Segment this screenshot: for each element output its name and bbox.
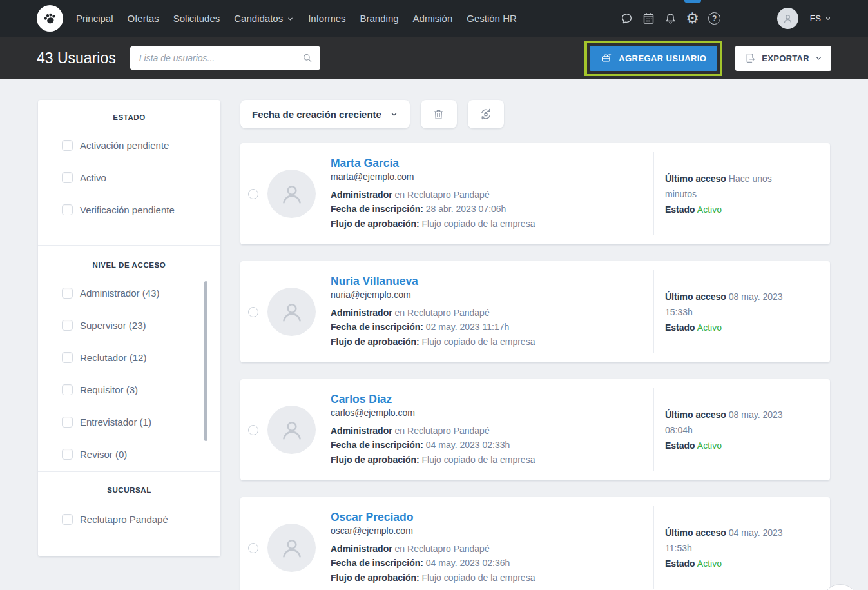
filter-option-label: Entrevistador (1) [80, 417, 151, 428]
export-button[interactable]: EXPORTAR [735, 46, 831, 71]
select-user-radio[interactable] [248, 307, 258, 317]
search-input[interactable] [130, 46, 320, 70]
last-access-line: Último acceso 04 may. 2023 11:53h [665, 525, 805, 556]
last-access-line: Último acceso 08 may. 2023 08:04h [665, 407, 805, 438]
checkbox[interactable] [62, 320, 73, 331]
user-card-main: Oscar Preciado oscar@ejemplo.com Adminis… [240, 497, 653, 590]
user-card-main: Marta García marta@ejemplo.com Administr… [240, 143, 653, 244]
checkbox[interactable] [62, 384, 73, 395]
nav-item[interactable]: Admisión [406, 0, 460, 37]
page-title: 43 Usuarios [37, 50, 116, 67]
reset-password-button[interactable] [468, 100, 504, 128]
filter-section-title: SUCURSAL [38, 486, 220, 494]
status-line: Estado Activo [665, 556, 805, 571]
add-user-button[interactable]: AGREGAR USUARIO [590, 46, 717, 71]
filter-option[interactable]: Revisor (0) [38, 438, 220, 460]
user-approval-flow-line: Flujo de aprobación: Flujo copiado de la… [331, 335, 535, 349]
user-card-meta: Último acceso Hace unos minutos Estado A… [653, 152, 830, 235]
gear-icon: ⚙ [686, 11, 699, 26]
delete-users-button[interactable] [421, 100, 457, 128]
page-header: 43 Usuarios AGREGAR USUARIO [0, 37, 868, 79]
filter-option-label: Activo [80, 172, 106, 183]
user-name-link[interactable]: Nuria Villanueva [331, 275, 418, 288]
checkbox[interactable] [62, 204, 73, 215]
checkbox[interactable] [62, 514, 73, 525]
filter-section-estado: ESTADO Activación pendiente Activo [38, 100, 220, 245]
filter-option-label: Verificación pendiente [80, 204, 175, 215]
user-menu-avatar[interactable] [777, 8, 798, 29]
user-card: Oscar Preciado oscar@ejemplo.com Adminis… [240, 497, 830, 590]
filter-option[interactable]: Activo [38, 161, 220, 193]
help-icon: ? [708, 12, 720, 25]
user-info: Nuria Villanueva nuria@ejemplo.com Admin… [331, 275, 535, 349]
nav-item[interactable]: Candidatos [227, 0, 301, 37]
user-email: oscar@ejemplo.com [331, 526, 535, 536]
user-details: Administrador en Reclutapro Pandapé Fech… [331, 306, 535, 349]
sidebar-scrollbar-thumb[interactable] [204, 281, 207, 441]
sort-dropdown-value: Fecha de creación creciente [252, 109, 381, 120]
filter-option[interactable]: Activación pendiente [38, 129, 220, 161]
status-badge: Activo [697, 204, 722, 215]
brand-logo[interactable] [37, 5, 63, 32]
checkbox[interactable] [62, 288, 73, 299]
user-name-link[interactable]: Marta García [331, 157, 399, 170]
last-access-line: Último acceso 08 may. 2023 15:33h [665, 289, 805, 320]
checkbox[interactable] [62, 449, 73, 460]
main-menu: Principal Ofertas Solicitudes Ca [69, 0, 524, 37]
help-button[interactable]: ? [704, 0, 726, 37]
nav-item[interactable]: Ofertas [121, 0, 166, 37]
person-icon [278, 416, 306, 444]
select-user-radio[interactable] [248, 425, 258, 435]
settings-button[interactable]: ⚙ [682, 0, 704, 37]
select-user-radio[interactable] [248, 543, 258, 553]
user-avatar [267, 170, 316, 218]
calendar-button[interactable] [638, 0, 660, 37]
select-user-radio[interactable] [248, 189, 258, 199]
language-selector[interactable]: ES [810, 14, 831, 23]
nav-item[interactable]: Gestión HR [459, 0, 524, 37]
user-email: marta@ejemplo.com [331, 172, 535, 182]
filter-option[interactable]: Supervisor (23) [38, 309, 220, 341]
filter-option-label: Reclutapro Pandapé [80, 514, 168, 525]
filter-option[interactable]: Administrador (43) [38, 277, 220, 309]
user-email: nuria@ejemplo.com [331, 290, 535, 300]
user-name-link[interactable]: Carlos Díaz [331, 393, 392, 406]
status-line: Estado Activo [665, 320, 805, 335]
chat-button[interactable] [616, 0, 638, 37]
sort-dropdown[interactable]: Fecha de creación creciente [240, 100, 410, 128]
user-info: Carlos Díaz carlos@ejemplo.com Administr… [331, 393, 535, 467]
filter-option[interactable]: Reclutapro Pandapé [38, 503, 220, 535]
navbar-right: ⚙ ? ES [616, 0, 831, 37]
filter-option[interactable]: Entrevistador (1) [38, 406, 220, 438]
filters-sidebar: ESTADO Activación pendiente Activo [38, 100, 220, 556]
filter-section-title: NIVEL DE ACCESO [38, 261, 220, 269]
user-name-link[interactable]: Oscar Preciado [331, 511, 413, 524]
checkbox[interactable] [62, 352, 73, 363]
checkbox[interactable] [62, 417, 73, 428]
nav-item[interactable]: Informes [301, 0, 352, 37]
export-document-icon [744, 52, 756, 64]
notifications-button[interactable] [660, 0, 682, 37]
status-badge: Activo [697, 322, 722, 333]
nav-item[interactable]: Principal [69, 0, 121, 37]
nav-item-label: Principal [76, 13, 113, 24]
user-inscription-line: Fecha de inscripción: 04 may. 2023 02:33… [331, 438, 535, 453]
checkbox[interactable] [62, 140, 73, 151]
person-icon [278, 534, 306, 562]
bell-icon [664, 12, 677, 25]
status-line: Estado Activo [665, 202, 805, 217]
filter-option-label: Supervisor (23) [80, 320, 146, 331]
user-avatar [267, 406, 316, 454]
filter-option[interactable]: Verificación pendiente [38, 193, 220, 226]
checkbox[interactable] [62, 172, 73, 183]
nav-item-label: Branding [360, 13, 399, 24]
filter-option[interactable]: Reclutador (12) [38, 341, 220, 373]
nav-item[interactable]: Branding [353, 0, 406, 37]
filter-section-sucursal: SUCURSAL Reclutapro Pandapé [38, 472, 220, 556]
export-label: EXPORTAR [762, 54, 809, 63]
filter-option[interactable]: Requisitor (3) [38, 373, 220, 406]
user-avatar [267, 524, 316, 572]
user-list-area: Fecha de creación creciente [240, 100, 830, 590]
nav-item[interactable]: Solicitudes [166, 0, 227, 37]
add-user-highlight: AGREGAR USUARIO [584, 41, 722, 76]
